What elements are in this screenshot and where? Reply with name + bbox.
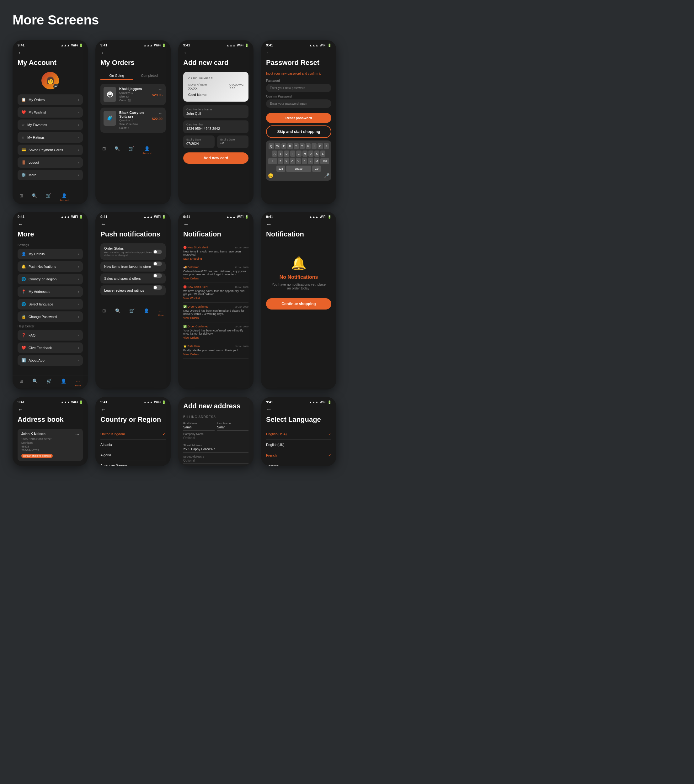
lang-back[interactable]: ← (261, 405, 336, 415)
notif-link-6[interactable]: View Orders (183, 353, 249, 356)
toggle-4[interactable] (153, 285, 162, 290)
nav-more-4[interactable]: ···More (158, 308, 163, 317)
pw-input-2[interactable]: Enter your password again (266, 99, 331, 108)
country-albania[interactable]: Albania (101, 440, 166, 450)
address-dots-1[interactable]: ··· (75, 432, 79, 437)
notif-link-4[interactable]: View Orders (183, 316, 249, 320)
kb-q[interactable]: Q (269, 143, 274, 149)
kb-shift[interactable]: ⇧ (268, 158, 277, 164)
notif-link-5[interactable]: View Orders (183, 336, 249, 339)
more-my-addresses[interactable]: 📍My Addresses › (18, 286, 83, 297)
skip-shopping-button[interactable]: Skip and start shopping (266, 125, 331, 138)
kb-i[interactable]: I (312, 143, 317, 149)
nav-cart-4[interactable]: 🛒 (129, 308, 135, 317)
kb-w[interactable]: W (275, 143, 281, 149)
nav-cart-2[interactable]: 🛒 (129, 146, 134, 155)
kb-l[interactable]: L (320, 150, 325, 157)
nav-cart[interactable]: 🛒 (46, 193, 51, 202)
notif-back[interactable]: ← (178, 220, 254, 230)
orders-back[interactable]: ← (96, 48, 171, 59)
nav-account[interactable]: 👤Account (59, 193, 69, 202)
nav-more-3[interactable]: ···More (75, 379, 81, 387)
tab-ongoing[interactable]: On Going (101, 72, 133, 80)
push-back[interactable]: ← (96, 220, 171, 230)
kb-u[interactable]: U (306, 143, 311, 149)
kb-k[interactable]: K (314, 150, 320, 157)
back-button[interactable]: ← (13, 48, 88, 59)
kb-m[interactable]: M (314, 158, 320, 164)
reset-password-button[interactable]: Reset password (266, 113, 331, 123)
order-dots-1[interactable]: ··· (159, 87, 163, 92)
order-dots-2[interactable]: ··· (159, 111, 163, 116)
lang-french[interactable]: French ✓ (266, 450, 331, 461)
toggle-1[interactable] (153, 250, 162, 254)
kb-v[interactable]: V (296, 158, 301, 164)
kb-backspace[interactable]: ⌫ (320, 158, 329, 164)
pw-back[interactable]: ← (261, 48, 336, 59)
nav-account-3[interactable]: 👤 (61, 379, 66, 387)
menu-more[interactable]: ⚙️More › (18, 170, 83, 180)
more-give-feedback[interactable]: ❤️Give Feedback › (18, 343, 83, 353)
kb-space[interactable]: space (286, 166, 311, 172)
kb-j[interactable]: J (308, 150, 313, 157)
more-country-region[interactable]: 🌐Country or Region › (18, 274, 83, 285)
notif-link-1[interactable]: Start Shopping (183, 257, 249, 260)
notif-link-3[interactable]: View Wishlist (183, 296, 249, 300)
nav-home-3[interactable]: ⊞ (20, 379, 23, 387)
nav-search-2[interactable]: 🔍 (115, 146, 120, 155)
kb-o[interactable]: O (318, 143, 323, 149)
menu-logout[interactable]: 🚪Logout › (18, 157, 83, 168)
tab-completed[interactable]: Completed (133, 72, 166, 80)
kb-c[interactable]: C (290, 158, 295, 164)
kb-d[interactable]: D (284, 150, 289, 157)
lang-english-usa[interactable]: English(USA) ✓ (266, 429, 331, 440)
more-faq[interactable]: ❓FAQ › (18, 330, 83, 341)
company-field[interactable]: Company Name Optional (183, 432, 249, 441)
notif-link-2[interactable]: View Orders (183, 277, 249, 280)
more-about-app[interactable]: ℹ️About App › (18, 355, 83, 366)
nav-cart-3[interactable]: 🛒 (46, 379, 52, 387)
street2-field[interactable]: Street Address 2 Optional (183, 455, 249, 464)
menu-my-favorites[interactable]: ☆My Favorites › (18, 120, 83, 130)
kb-emoji[interactable]: 😊 (268, 173, 273, 178)
no-notif-back[interactable]: ← (261, 220, 336, 230)
kb-go[interactable]: Go (312, 166, 321, 172)
kb-s[interactable]: S (278, 150, 283, 157)
menu-my-orders[interactable]: 📋My Orders › (18, 94, 83, 105)
nav-more[interactable]: ··· (77, 193, 81, 202)
toggle-3[interactable] (153, 273, 162, 278)
expiry-date-field[interactable]: Expiry Date 07/2024 (183, 135, 214, 148)
kb-f[interactable]: F (290, 150, 295, 157)
first-name-field[interactable]: First Name Sarah (183, 422, 214, 431)
kb-n[interactable]: N (308, 158, 313, 164)
nav-more-2[interactable]: ··· (160, 146, 164, 155)
more-push-notifications[interactable]: 🔔Push Notifications › (18, 261, 83, 272)
kb-b[interactable]: B (302, 158, 307, 164)
cvv-field[interactable]: Expiry Date *** (217, 135, 249, 148)
kb-g[interactable]: G (296, 150, 302, 157)
continue-shopping-button[interactable]: Continue shopping (266, 298, 331, 310)
menu-saved-cards[interactable]: 💳Saved Payment Cards › (18, 145, 83, 155)
kb-x[interactable]: X (284, 158, 289, 164)
kb-a[interactable]: A (272, 150, 277, 157)
nav-home-4[interactable]: ⊞ (102, 308, 106, 317)
kb-mic[interactable]: 🎤 (324, 173, 330, 178)
nav-search-4[interactable]: 🔍 (115, 308, 120, 317)
card-back[interactable]: ← (178, 48, 254, 59)
kb-e[interactable]: E (282, 143, 287, 149)
kb-r[interactable]: R (287, 143, 293, 149)
country-back[interactable]: ← (96, 405, 171, 415)
nav-search[interactable]: 🔍 (32, 193, 37, 202)
kb-123[interactable]: 123 (276, 166, 285, 172)
more-change-password[interactable]: 🔒Change Password › (18, 311, 83, 322)
last-name-field[interactable]: Last Name Sarah (217, 422, 249, 431)
kb-p[interactable]: P (324, 143, 329, 149)
card-number-field[interactable]: Card Number 1234 9594 4943 3942 (183, 120, 249, 133)
kb-h[interactable]: H (302, 150, 308, 157)
more-back[interactable]: ← (13, 220, 88, 230)
country-algeria[interactable]: Algeria (101, 450, 166, 460)
menu-my-wishlist[interactable]: ❤️My Wishlist › (18, 107, 83, 118)
country-uk[interactable]: United Kingdom ✓ (101, 429, 166, 440)
street-field[interactable]: Street Address 2565 Happy Hollow Rd (183, 444, 249, 453)
addr-back[interactable]: ← (13, 405, 88, 415)
